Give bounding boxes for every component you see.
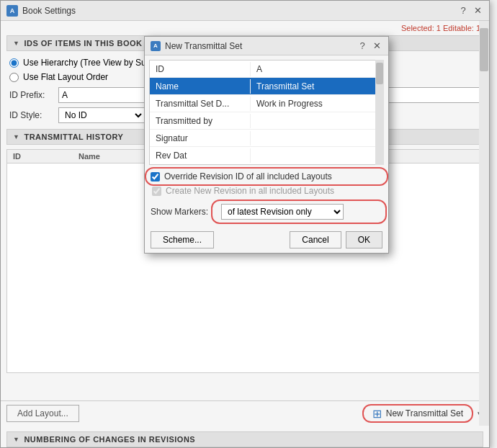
dialog-row-rev-dat[interactable]: Rev Dat — [150, 147, 383, 164]
ids-section-label: IDS OF ITEMS IN THIS BOOK — [24, 39, 142, 48]
dialog-label-rev-dat: Rev Dat — [150, 148, 251, 163]
dialog-button-row: Scheme... Cancel OK — [145, 227, 388, 253]
dialog-label-signatur: Signatur — [150, 131, 251, 145]
ids-section-arrow: ▼ — [13, 40, 19, 47]
dialog-row-id: ID A — [150, 61, 383, 78]
help-button[interactable]: ? — [457, 5, 469, 17]
dialog-form-scroll-thumb — [376, 63, 383, 84]
style-label: ID Style: — [9, 110, 53, 120]
override-checkbox-row: Override Revision ID of all included Lay… — [151, 169, 382, 184]
override-label: Override Revision ID of all included Lay… — [164, 171, 332, 182]
dialog-title-bar: A New Transmittal Set ? ✕ — [145, 37, 388, 55]
dialog-help-button[interactable]: ? — [357, 40, 368, 52]
show-markers-row: Show Markers: of latest Revision only of… — [151, 201, 382, 223]
col-id-header: ID — [13, 152, 21, 161]
dialog-options: Override Revision ID of all included Lay… — [145, 165, 388, 227]
transmittal-icon: ⊞ — [372, 407, 382, 421]
new-transmittal-label: New Transmittal Set — [386, 408, 463, 418]
style-select[interactable]: No ID Numeric Alphanumeric — [58, 107, 145, 123]
dialog-app-icon: A — [151, 41, 161, 51]
dialog-label-id: ID — [150, 62, 251, 76]
main-scrollbar[interactable] — [479, 21, 489, 426]
dialog-row-signatur[interactable]: Signatur — [150, 130, 383, 147]
create-revision-checkbox[interactable] — [152, 187, 161, 196]
dialog-label-transmitted-by: Transmitted by — [150, 114, 251, 128]
markers-select[interactable]: of latest Revision only of all Revisions… — [221, 204, 344, 220]
title-bar-controls: ? ✕ — [457, 5, 483, 17]
dialog-label-name: Name — [150, 79, 251, 94]
dialog-form-scrollbar[interactable] — [375, 60, 384, 165]
bottom-bar: Add Layout... ⊞ New Transmittal Set ▼ — [1, 400, 489, 426]
numbering-section-header[interactable]: ▼ NUMBERING OF CHANGES IN REVISIONS — [6, 431, 483, 447]
dialog-value-signatur — [251, 136, 383, 140]
app-icon: A — [6, 5, 18, 17]
prefix-label: ID Prefix: — [9, 90, 53, 100]
add-layout-button[interactable]: Add Layout... — [6, 405, 79, 422]
dialog-form: ID A Name Transmittal Set Transmittal Se… — [149, 60, 384, 165]
dialog-value-ts-desc: Work in Progress — [251, 97, 383, 111]
selected-info: Selected: 1 Editable: 1 — [1, 21, 489, 35]
numbering-section: ▼ NUMBERING OF CHANGES IN REVISIONS — [1, 431, 489, 447]
flat-radio[interactable] — [9, 73, 19, 82]
close-button[interactable]: ✕ — [472, 5, 483, 17]
override-checkbox[interactable] — [151, 172, 160, 182]
title-bar-left: A Book Settings — [6, 5, 76, 17]
dialog-controls: ? ✕ — [357, 40, 382, 52]
transmittal-arrow: ▼ — [13, 133, 19, 140]
dialog-row-name[interactable]: Name Transmittal Set — [150, 78, 383, 95]
numbering-label: NUMBERING OF CHANGES IN REVISIONS — [24, 435, 195, 444]
preview-input[interactable] — [380, 87, 480, 103]
title-bar: A Book Settings ? ✕ — [1, 1, 489, 21]
dialog-value-transmitted-by — [251, 119, 383, 123]
create-revision-row: Create New Revision in all included Layo… — [151, 184, 382, 198]
window-title: Book Settings — [22, 6, 76, 16]
dialog-close-button[interactable]: ✕ — [371, 40, 382, 52]
markers-label: Show Markers: — [151, 207, 215, 217]
new-transmittal-button[interactable]: ⊞ New Transmittal Set — [362, 404, 473, 423]
new-transmittal-dialog: A New Transmittal Set ? ✕ ID A Name Tran… — [144, 36, 389, 254]
scroll-thumb — [480, 28, 488, 71]
flat-label: Use Flat Layout Order — [23, 72, 108, 82]
numbering-arrow: ▼ — [13, 436, 19, 443]
transmittal-label: TRANSMITTAL HISTORY — [24, 133, 123, 141]
col-name-header: Name — [79, 152, 100, 161]
create-revision-label: Create New Revision in all included Layo… — [166, 186, 334, 196]
scheme-button[interactable]: Scheme... — [151, 231, 214, 248]
cancel-button[interactable]: Cancel — [290, 231, 341, 248]
dialog-row-transmitted-by[interactable]: Transmitted by — [150, 112, 383, 130]
dialog-label-ts-desc: Transmittal Set D... — [150, 97, 251, 111]
dialog-title: New Transmittal Set — [165, 41, 242, 51]
hierarchy-radio[interactable] — [9, 58, 19, 68]
ok-button[interactable]: OK — [346, 231, 382, 248]
dialog-row-ts-desc[interactable]: Transmittal Set D... Work in Progress — [150, 95, 383, 112]
dialog-value-id: A — [251, 62, 383, 76]
dialog-value-rev-dat — [251, 153, 383, 158]
dialog-title-left: A New Transmittal Set — [151, 41, 242, 51]
dialog-value-name: Transmittal Set — [251, 79, 383, 94]
